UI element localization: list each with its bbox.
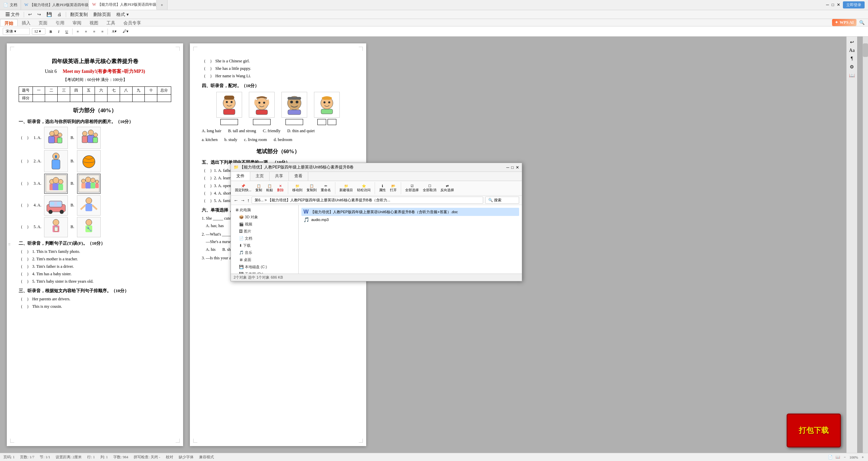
ribbon-bold[interactable]: B — [47, 29, 54, 34]
divider2 — [107, 28, 108, 35]
ribbon-align-center[interactable]: ≡ — [83, 29, 89, 34]
fe-divider4 — [401, 182, 401, 194]
status-zoom-out[interactable]: － — [843, 455, 847, 460]
fe-btn-open[interactable]: 📂打开 — [389, 183, 398, 193]
score-val-2 — [45, 94, 58, 102]
fe-btn-new[interactable]: 📁新建项目 — [338, 183, 354, 193]
q2-b-label: B. — [71, 158, 74, 164]
title-tab-2[interactable]: W 【能力培优】人教PEP版英语四年级... ✕ — [21, 0, 89, 10]
menu-undo[interactable]: ↩ — [25, 11, 35, 18]
ribbon-align-left[interactable]: ≡ — [75, 29, 81, 34]
fe-forward-btn[interactable]: → — [240, 198, 245, 203]
fe-tree-desktop[interactable]: 🖥 桌面 — [231, 256, 298, 263]
p2-check3: （ ）Her name is Wang Li. — [202, 73, 354, 79]
menu-redo[interactable]: ↪ — [35, 11, 44, 18]
status-view-print[interactable]: 📄 — [828, 455, 833, 459]
ribbon-tab-view[interactable]: 视图 — [85, 19, 102, 26]
ribbon-tab-insert[interactable]: 插入 — [18, 19, 35, 26]
menu-delete-page[interactable]: 删除页面 — [91, 11, 114, 19]
ribbon-tab-review[interactable]: 审阅 — [68, 19, 85, 26]
fe-btn-easyadd[interactable]: ⭐轻松访问 — [356, 183, 372, 193]
ribbon-font-size[interactable]: 12 ▾ — [32, 28, 45, 35]
ribbon-align-right[interactable]: ≡ — [91, 29, 97, 34]
fe-btn-paste[interactable]: 📋粘贴 — [265, 183, 274, 193]
fe-address-bar[interactable]: 第6... > 【能力培优】人教PEP版四年级上册英语Unit6核心素养提升B卷… — [252, 197, 483, 204]
fe-maximize[interactable]: □ — [511, 165, 514, 170]
svg-point-4 — [58, 133, 62, 137]
fe-btn-props[interactable]: ℹ属性 — [378, 183, 387, 193]
fe-tab-view[interactable]: 查看 — [289, 172, 308, 181]
fe-tree-download[interactable]: ⬇ 下载 — [231, 242, 298, 249]
fe-btn-copyto[interactable]: 📋复制到 — [305, 183, 318, 193]
status-zoom-in[interactable]: ＋ — [861, 455, 865, 460]
fe-tree-video[interactable]: 🎬 视频 — [231, 221, 298, 228]
close-btn[interactable]: ✕ — [837, 2, 840, 7]
search-icon[interactable]: 🔍 — [859, 20, 865, 25]
ribbon-highlight[interactable]: 🖊▾ — [121, 28, 131, 34]
svg-rect-29 — [91, 183, 95, 188]
fe-tab-home[interactable]: 主页 — [250, 172, 270, 181]
fe-btn-moveto[interactable]: 📁移动到 — [291, 183, 304, 193]
promo-download-button[interactable]: 打包下载 — [787, 414, 841, 447]
fe-tab-file[interactable]: 文件 — [231, 172, 250, 181]
sidebar-icon-1[interactable]: ↩ — [850, 39, 854, 45]
section1-header: 一、听录音，选出与你所听到的内容相符的图片。（10分） — [19, 118, 171, 125]
fe-back-btn[interactable]: ← — [234, 198, 238, 203]
menu-file[interactable]: ☰ 文件 — [3, 11, 22, 19]
status-view-read[interactable]: 📖 — [835, 455, 840, 459]
sidebar-icon-2[interactable]: Aa — [849, 48, 854, 53]
fe-tree-docs[interactable]: 📄 文档 — [231, 235, 298, 242]
fe-btn-pin[interactable]: 📌固定到快... — [234, 183, 253, 193]
fe-btn-delete[interactable]: ✕删除 — [276, 183, 285, 193]
page1-unit: Unit 6 — [45, 69, 61, 74]
ribbon-tab-page[interactable]: 页面 — [35, 19, 52, 26]
fe-tree-music[interactable]: 🎵 音乐 — [231, 249, 298, 256]
title-tab-new[interactable]: ＋ — [157, 0, 167, 10]
fe-tree-drive-c[interactable]: 💾 本地磁盘 (C:) — [231, 263, 298, 270]
ribbon-justify[interactable]: ≡ — [99, 29, 105, 34]
sidebar-icon-3[interactable]: ¶ — [851, 56, 853, 61]
scrollbar-right[interactable] — [863, 37, 868, 453]
minimize-btn[interactable]: ─ — [826, 2, 829, 7]
menu-format-btn[interactable]: 格式 ▾ — [114, 11, 131, 19]
fe-btn-rename[interactable]: ✏重命名 — [319, 183, 332, 193]
fe-tree-computer[interactable]: 🖥 此电脑 — [231, 206, 298, 214]
fe-btn-invert[interactable]: ⇄反向选择 — [439, 183, 455, 193]
login-button[interactable]: 立即登录 — [843, 1, 865, 8]
fe-tree-3d[interactable]: 📦 3D 对象 — [231, 214, 298, 221]
ribbon-font-name[interactable]: 宋体 ▾ — [3, 28, 30, 35]
menu-copy-page[interactable]: 翻页复制 — [67, 11, 91, 19]
fe-file-doc[interactable]: W 【能力培优】人教PEP版四年级上册英语Unit6核心素养提升B卷（含听力音频… — [301, 208, 519, 216]
family-cartoon-1b — [78, 127, 100, 148]
score-val-4 — [70, 94, 82, 102]
ribbon-tab-ref[interactable]: 引用 — [52, 19, 68, 26]
title-tab-1[interactable]: 📄 文档 — [0, 0, 21, 10]
sidebar-icon-5[interactable]: 📖 — [849, 73, 855, 78]
maximize-btn[interactable]: □ — [832, 2, 834, 7]
fe-tree-drive-d[interactable]: 💾 工作室 (D:) — [231, 270, 298, 274]
fe-btn-selectnone[interactable]: ☐全部取消 — [421, 183, 438, 193]
fe-btn-selectall[interactable]: ☑全部选择 — [404, 183, 420, 193]
title-tab-3[interactable]: W 【能力培优】人教PEP版英语四年级... ✕ — [89, 0, 157, 10]
fe-tab-share[interactable]: 共享 — [270, 172, 289, 181]
ribbon-italic[interactable]: I — [56, 29, 61, 34]
fe-up-btn[interactable]: ↑ — [247, 198, 250, 203]
fe-minimize[interactable]: ─ — [506, 165, 509, 170]
ribbon-tab-member[interactable]: 会员专享 — [119, 19, 145, 26]
fe-close[interactable]: ✕ — [516, 165, 519, 170]
ribbon-tab-tools[interactable]: 工具 — [102, 19, 119, 26]
ribbon-color[interactable]: A▾ — [110, 28, 119, 34]
scrollbar-thumb[interactable] — [863, 43, 868, 57]
menu-print[interactable]: 🖨 — [55, 11, 64, 18]
ribbon-tab-start[interactable]: 开始 — [0, 19, 18, 26]
fe-btn-copy[interactable]: 📋复制 — [254, 183, 263, 193]
menu-save[interactable]: 💾 — [44, 11, 55, 18]
wps-ai-button[interactable]: ✦ WPS AI — [832, 19, 856, 26]
fe-file-mp3[interactable]: 🎵 audio.mp3 — [301, 216, 519, 223]
fe-tree-pictures[interactable]: 🖼 图片 — [231, 228, 298, 235]
sidebar-icon-4[interactable]: ⚙ — [850, 64, 854, 70]
score-header-4: 四 — [70, 87, 82, 95]
ribbon-underline[interactable]: U — [63, 29, 70, 34]
fe-search-box[interactable]: 🔍 搜索 — [485, 197, 519, 204]
s6q2-optA: A. his — [206, 246, 216, 253]
